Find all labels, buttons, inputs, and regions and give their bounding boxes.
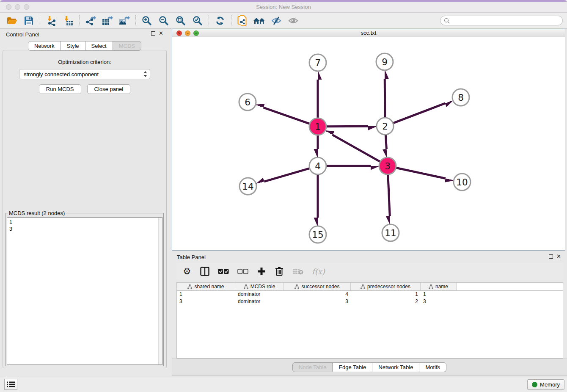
zoom-in-button[interactable]	[138, 14, 155, 28]
edge-4-14[interactable]	[264, 168, 309, 182]
column-header-name[interactable]: name	[421, 283, 457, 291]
network-graph[interactable]: 7968124314101511	[172, 37, 565, 250]
edge-2-3[interactable]	[385, 135, 386, 149]
cell-successor-nodes[interactable]: 4	[284, 291, 351, 298]
close-panel-button[interactable]: Close panel	[87, 84, 131, 94]
cell-name[interactable]: 1	[421, 291, 457, 298]
tab-mcds[interactable]: MCDS	[113, 41, 141, 51]
node-15[interactable]: 15	[309, 226, 326, 243]
cell-successor-nodes[interactable]: 3	[284, 298, 351, 305]
node-7[interactable]: 7	[309, 54, 326, 71]
window-title: Session: New Session	[0, 2, 567, 13]
checked-boxes-icon	[218, 269, 229, 274]
function-builder-button[interactable]: f(x)	[312, 266, 325, 276]
edge-3-10[interactable]	[396, 168, 446, 178]
zoom-window-icon[interactable]	[24, 4, 29, 10]
cell-predecessor-nodes[interactable]: 2	[351, 298, 421, 305]
cell-shared-name[interactable]: 1	[177, 291, 235, 298]
select-all-button[interactable]	[218, 266, 229, 276]
unselect-all-button[interactable]	[237, 266, 248, 276]
table-options-button[interactable]: ⚙	[182, 266, 192, 276]
close-window-icon[interactable]	[6, 4, 11, 10]
create-column-button[interactable]	[257, 266, 266, 276]
column-header-successor-nodes[interactable]: successor nodes	[284, 283, 351, 291]
edge-1-6[interactable]	[264, 108, 309, 124]
network-minimize-icon[interactable]: −	[185, 30, 190, 36]
cell-MCDS-role[interactable]: dominator	[235, 291, 284, 298]
tab-node-table[interactable]: Node Table	[292, 362, 333, 372]
toolbar-search[interactable]	[440, 16, 563, 25]
node-label-8: 8	[458, 92, 464, 103]
table-row[interactable]: 1dominator411	[177, 291, 563, 298]
cell-shared-name[interactable]: 3	[177, 298, 235, 305]
node-6[interactable]: 6	[239, 94, 256, 110]
column-header-shared-name[interactable]: shared name	[177, 283, 235, 291]
import-network-button[interactable]	[43, 14, 60, 28]
tab-select[interactable]: Select	[85, 41, 113, 51]
hide-selected-button[interactable]	[268, 14, 285, 28]
node-9[interactable]: 9	[376, 53, 393, 70]
node-4[interactable]: 4	[309, 157, 326, 174]
window-controls[interactable]	[6, 4, 29, 10]
node-8[interactable]: 8	[452, 89, 469, 106]
export-network-button[interactable]	[82, 14, 99, 28]
memory-button[interactable]: Memory	[527, 379, 564, 390]
refresh-button[interactable]	[212, 14, 228, 28]
show-columns-button[interactable]	[200, 266, 209, 276]
main-toolbar	[0, 13, 567, 29]
node-14[interactable]: 14	[239, 178, 256, 195]
delete-column-button[interactable]	[275, 266, 284, 276]
column-header-predecessor-nodes[interactable]: predecessor nodes	[351, 283, 421, 291]
node-2[interactable]: 2	[377, 118, 394, 135]
task-history-button[interactable]	[4, 379, 17, 390]
zoom-fit-button[interactable]	[172, 14, 189, 28]
float-table-panel-icon[interactable]	[549, 254, 553, 259]
optimization-criterion-select[interactable]: strongly connected component	[19, 69, 150, 79]
edge-2-8[interactable]	[394, 103, 445, 123]
edge-3-1[interactable]	[333, 135, 380, 162]
tab-style[interactable]: Style	[61, 41, 85, 51]
first-neighbors-button[interactable]	[251, 14, 268, 28]
result-scrollbar[interactable]	[158, 218, 162, 364]
export-table-button[interactable]	[99, 14, 116, 28]
show-all-button[interactable]	[285, 14, 302, 28]
export-image-button[interactable]	[116, 14, 133, 28]
table-row[interactable]: 3dominator323	[177, 298, 563, 305]
tab-network-table[interactable]: Network Table	[372, 362, 419, 372]
import-table-button[interactable]	[60, 14, 77, 28]
node-3[interactable]: 3	[379, 157, 396, 174]
float-panel-icon[interactable]	[151, 31, 155, 36]
tab-motifs[interactable]: Motifs	[419, 362, 446, 372]
node-11[interactable]: 11	[382, 224, 399, 241]
network-maximize-icon[interactable]: +	[193, 30, 199, 36]
cell-MCDS-role[interactable]: dominator	[235, 298, 284, 305]
minimize-window-icon[interactable]	[15, 4, 20, 10]
cell-name[interactable]: 3	[421, 298, 457, 305]
network-window-titlebar[interactable]: ✕ − + scc.txt	[172, 29, 565, 37]
tab-edge-table[interactable]: Edge Table	[332, 362, 372, 372]
run-mcds-button[interactable]: Run MCDS	[39, 84, 81, 94]
mcds-result-list[interactable]: 1 3	[7, 217, 162, 365]
close-panel-icon[interactable]: ✕	[159, 31, 163, 36]
edge-1-2[interactable]	[327, 126, 368, 127]
delete-table-button[interactable]	[292, 266, 303, 276]
save-session-button[interactable]	[20, 14, 37, 28]
close-table-panel-icon[interactable]: ✕	[556, 254, 561, 259]
column-header-MCDS-role[interactable]: MCDS role	[235, 283, 284, 291]
cell-predecessor-nodes[interactable]: 1	[351, 291, 421, 298]
network-close-icon[interactable]: ✕	[176, 30, 182, 36]
hierarchy-icon	[361, 284, 365, 289]
spinner-arrows-icon	[143, 71, 147, 77]
edge-2-9[interactable]	[385, 79, 385, 117]
node-10[interactable]: 10	[454, 174, 471, 190]
node-1[interactable]: 1	[309, 118, 326, 135]
tab-network[interactable]: Network	[28, 41, 61, 51]
edge-3-11[interactable]	[388, 175, 390, 216]
node-table[interactable]: shared nameMCDS rolesuccessor nodesprede…	[176, 282, 563, 359]
open-session-button[interactable]	[3, 14, 20, 28]
network-canvas[interactable]: 7968124314101511	[172, 37, 565, 250]
clone-network-button[interactable]	[234, 14, 251, 28]
search-input[interactable]	[450, 16, 562, 25]
zoom-selected-button[interactable]	[189, 14, 206, 28]
zoom-out-button[interactable]	[155, 14, 172, 28]
